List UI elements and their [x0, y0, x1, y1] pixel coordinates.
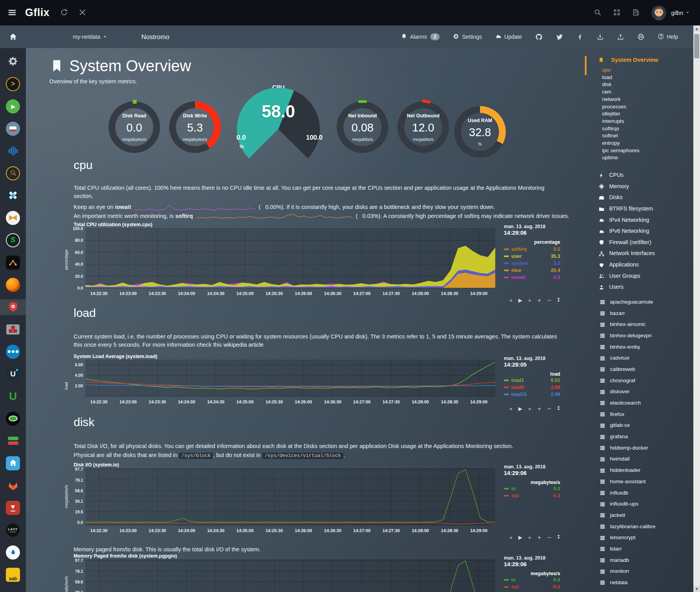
system.io-zoom-out-button[interactable]: − [547, 534, 552, 540]
nav-app-influxdb-ups[interactable]: influxdb-ups [600, 498, 655, 509]
wikipedia-link[interactable]: wikipedia article [224, 342, 263, 348]
changelog-icon[interactable] [632, 9, 640, 17]
diskover-icon[interactable] [0, 255, 26, 270]
scrollbar[interactable] [693, 25, 700, 592]
nav-app-monitorr[interactable]: monitorr [600, 566, 655, 577]
plex-icon[interactable]: > [0, 76, 26, 92]
scrollbar-thumb[interactable] [694, 34, 699, 58]
emby-icon[interactable]: ▶ [0, 99, 26, 114]
nav-app-firefox[interactable]: firefox [600, 408, 655, 420]
nav-subitem-softnet[interactable]: softnet [602, 132, 639, 140]
nav-section-ipv6-networking[interactable]: IPv6 Networking [598, 225, 655, 237]
system.io-zoom-in-button[interactable]: + [537, 534, 541, 540]
system.io-pan-left-button[interactable]: « [509, 534, 512, 540]
nextcloud-icon[interactable] [0, 344, 26, 360]
nav-subitem-softirqs[interactable]: softirqs [602, 125, 639, 133]
system.cpu-zoom-in-button[interactable]: + [537, 297, 541, 303]
nav-section-ipv4-networking[interactable]: IPv4 Networking [598, 214, 655, 225]
system.load-resize-handle[interactable]: ↕ [556, 405, 561, 411]
server-dropdown[interactable]: my-netdata [73, 34, 107, 40]
avatar[interactable] [651, 5, 666, 20]
nav-app-binhex-delugevpn[interactable]: binhex-delugevpn [600, 330, 655, 341]
nav-app-hiddenloader[interactable]: hiddenloader [600, 464, 655, 476]
system.io-play-button[interactable]: ▶ [518, 534, 522, 540]
nav-subitem-disk[interactable]: disk [602, 81, 639, 88]
system.cpu-pan-left-button[interactable]: « [509, 297, 512, 303]
refresh-icon[interactable] [60, 8, 68, 18]
jackett-icon[interactable] [0, 166, 26, 181]
bazarr-icon[interactable] [0, 121, 26, 137]
monitorr-icon[interactable] [0, 433, 26, 449]
nav-app-gitlab-ce[interactable]: gitlab-ce [600, 420, 655, 431]
close-icon[interactable] [78, 8, 87, 18]
system.cpu-play-button[interactable]: ▶ [518, 297, 522, 303]
nav-app-home-assistant[interactable]: home-assistant [600, 476, 655, 487]
nav-app-binhex-airsonic[interactable]: binhex-airsonic [600, 318, 655, 330]
nav-section-users[interactable]: Users [598, 281, 655, 293]
alarms-button[interactable]: Alarms 2 [401, 33, 440, 40]
dish-app-icon[interactable] [0, 411, 26, 426]
drop-app-icon[interactable] [0, 545, 26, 560]
settings-button[interactable]: Settings [453, 33, 482, 40]
nav-app-mariadb[interactable]: mariadb [600, 554, 655, 566]
system.pgpgio-plot[interactable] [61, 553, 563, 592]
system.load-pan-right-button[interactable]: » [528, 406, 531, 412]
system.load-zoom-in-button[interactable]: + [537, 406, 541, 412]
nav-app-chronograf[interactable]: chronograf [600, 375, 655, 386]
settings-app-icon[interactable] [0, 54, 26, 70]
download-icon[interactable] [597, 33, 604, 40]
green-u-app-icon[interactable]: U [0, 389, 26, 404]
fullscreen-icon[interactable] [613, 9, 621, 17]
nav-subitem-load[interactable]: load [602, 74, 639, 81]
scroll-up-button[interactable] [693, 25, 700, 32]
nav-subitem-network[interactable]: network [602, 96, 639, 103]
nav-subitem-ipc-semaphores[interactable]: ipc semaphores [602, 147, 639, 155]
nav-section-firewall-netfilter[interactable]: Firewall (netfilter) [598, 237, 655, 248]
cubes-app-icon[interactable] [0, 322, 26, 337]
unifi-icon[interactable]: U [0, 366, 26, 382]
nav-subitem-processes[interactable]: processes [602, 103, 639, 111]
nav-subitem-ram[interactable]: ram [602, 88, 639, 96]
scroll-down-button[interactable] [693, 586, 700, 592]
home-icon[interactable] [0, 32, 26, 41]
nav-section-cpus[interactable]: CPUs [598, 169, 655, 181]
nav-subitem-idlejitter[interactable]: idlejitter [602, 110, 639, 118]
system.cpu-resize-handle[interactable]: ↕ [556, 297, 561, 303]
help-button[interactable]: Help [658, 33, 678, 40]
menu-icon[interactable] [8, 8, 16, 18]
system.load-play-button[interactable]: ▶ [518, 406, 522, 412]
nav-subitem-interrupts[interactable]: interrupts [602, 118, 639, 125]
grafana-icon[interactable] [0, 277, 26, 293]
nav-section-disks[interactable]: Disks [598, 192, 655, 203]
nav-app-jackett[interactable]: jackett [600, 509, 655, 521]
system.cpu-zoom-out-button[interactable]: − [547, 297, 552, 303]
ytdl-app-icon[interactable]: ▼ [0, 500, 26, 516]
nav-section-network-interfaces[interactable]: Network Interfaces [598, 248, 655, 259]
facebook-icon[interactable] [576, 33, 583, 40]
nav-section-applications[interactable]: Applications [598, 259, 655, 270]
system.io-resize-handle[interactable]: ↕ [556, 534, 561, 540]
system.load-zoom-out-button[interactable]: − [547, 406, 552, 412]
nav-header-system-overview[interactable]: System Overview [598, 57, 658, 63]
nav-app-letsencrypt[interactable]: letsencrypt [600, 532, 655, 543]
lazylibrarian-icon[interactable]: LAZYlibrarian [0, 522, 26, 538]
nav-app-hddtemp-docker[interactable]: hddtemp-docker [600, 442, 655, 453]
bowtie-app-icon[interactable] [0, 210, 26, 226]
nav-app-bazarr[interactable]: bazarr [600, 308, 655, 319]
print-icon[interactable] [637, 33, 644, 40]
system.cpu-pan-right-button[interactable]: » [528, 297, 531, 303]
system.io-pan-right-button[interactable]: » [528, 534, 531, 540]
cross-app-icon[interactable]: ✖ [0, 188, 26, 203]
heimdall-icon[interactable] [0, 299, 26, 315]
nav-section-btrfs-filesystem[interactable]: BTRFS filesystem [598, 203, 655, 214]
github-icon[interactable] [535, 33, 543, 41]
nav-section-memory[interactable]: Memory [598, 181, 655, 192]
nav-app-binhex-emby[interactable]: binhex-emby [600, 341, 655, 353]
home-assistant-icon[interactable] [0, 455, 26, 471]
nav-app-lidarr[interactable]: lidarr [600, 543, 655, 554]
nav-app-heimdall[interactable]: heimdall [600, 453, 655, 465]
nav-app-influxdb[interactable]: influxdb [600, 487, 655, 498]
nav-subitem-entropy[interactable]: entropy [602, 140, 639, 147]
user-menu-caret-icon[interactable] [686, 11, 690, 15]
nav-subitem-cpu[interactable]: cpu [602, 67, 639, 74]
